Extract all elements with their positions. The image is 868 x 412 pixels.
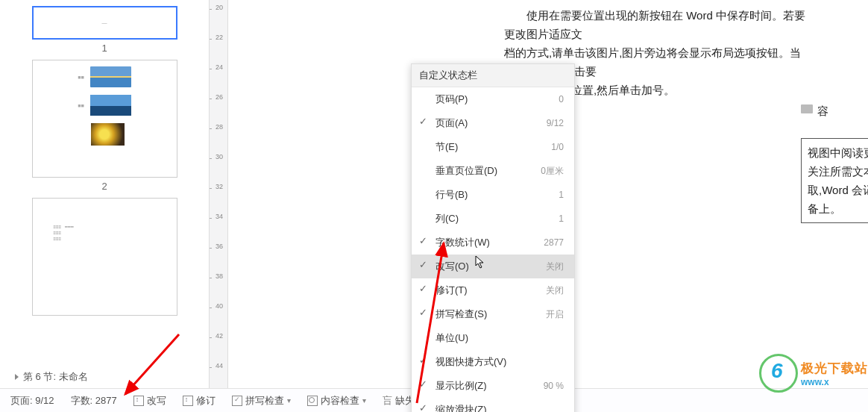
menu-header: 自定义状态栏	[412, 64, 574, 87]
menu-item[interactable]: 节(E)1/0	[412, 135, 574, 159]
status-overwrite[interactable]: 改写	[130, 393, 169, 409]
thumb-page-num-1: 1	[7, 43, 201, 54]
status-contentcheck[interactable]: 内容检查▾	[304, 393, 369, 409]
ruler-tick: 40	[213, 302, 226, 310]
search-icon	[307, 396, 318, 406]
dropdown-icon: ▾	[362, 396, 366, 405]
thumb-image-icon	[90, 95, 131, 116]
paragraph-line: 使用在需要位置出现的新按钮在 Word 中保存时间。若要更改图片适应文	[504, 6, 808, 43]
ruler-tick: 32	[213, 183, 226, 190]
menu-item[interactable]: 行号(B)1	[412, 183, 574, 207]
thumbnail-page-3[interactable]: ≡≡≡ ━━━≡≡≡≡≡≡	[32, 198, 177, 316]
menu-item[interactable]: 页面(A)9/12	[412, 111, 574, 135]
check-icon	[232, 396, 242, 406]
statusbar-context-menu: 自定义状态栏 页码(P)0页面(A)9/12节(E)1/0垂直页位置(D)0厘米…	[411, 63, 575, 412]
thumbnail-panel: — 1 ■■ ■■ 2 ≡≡≡ ━━━≡≡≡≡≡≡ 第 6 节: 未命名	[0, 0, 209, 388]
inline-image-icon	[801, 104, 813, 113]
ruler-tick: 44	[213, 362, 226, 369]
menu-item[interactable]: 单位(U)	[412, 326, 574, 350]
watermark-logo: 极光下载站 www.x	[759, 354, 868, 393]
menu-item[interactable]: 列(C)1	[412, 207, 574, 231]
overwrite-icon	[133, 396, 144, 406]
cursor-icon	[475, 255, 485, 269]
text-box[interactable]: 视图中阅读更加容易。可以折叠文档 关注所需文本。如果在达到结尾处之 取,Word…	[801, 138, 868, 223]
menu-item[interactable]: 显示比例(Z)90 %	[412, 374, 574, 398]
revision-icon	[183, 396, 193, 406]
menu-item[interactable]: 视图快捷方式(V)	[412, 350, 574, 374]
vertical-ruler: 20222426283032343638404244	[209, 0, 228, 388]
ruler-tick: 28	[213, 123, 226, 131]
dropdown-icon: ▾	[287, 396, 291, 405]
status-revision[interactable]: 修订	[180, 393, 218, 409]
stray-char: 容	[817, 102, 828, 120]
status-spellcheck[interactable]: 拼写检查▾	[229, 393, 294, 409]
menu-item[interactable]: 页码(P)0	[412, 87, 574, 111]
ruler-tick: 26	[213, 93, 226, 101]
menu-item[interactable]: 垂直页位置(D)0厘米	[412, 159, 574, 183]
menu-item[interactable]: 修订(T)关闭	[412, 278, 574, 302]
status-wordcount[interactable]: 字数: 2877	[68, 393, 120, 409]
ruler-tick: 22	[213, 34, 226, 41]
logo-icon	[759, 354, 798, 393]
menu-item[interactable]: 缩放滑块(Z)	[412, 398, 574, 412]
ruler-tick: 38	[213, 272, 226, 280]
ruler-tick: 42	[213, 332, 226, 340]
ruler-tick: 20	[213, 4, 226, 11]
thumbnail-page-1[interactable]: —	[32, 6, 177, 40]
menu-item[interactable]: 字数统计(W)2877	[412, 231, 574, 255]
ruler-tick: 24	[213, 63, 226, 71]
menu-item[interactable]: 改写(O)关闭	[412, 255, 574, 278]
ruler-tick: 36	[213, 243, 226, 250]
thumb-page-num-2: 2	[7, 181, 201, 192]
section-navigator[interactable]: 第 6 节: 未命名	[15, 370, 88, 384]
ruler-tick: 34	[213, 213, 226, 220]
status-page[interactable]: 页面: 9/12	[7, 393, 57, 409]
ruler-tick: 30	[213, 153, 226, 160]
thumbnail-page-2[interactable]: ■■ ■■	[32, 60, 177, 178]
expand-icon	[15, 374, 19, 380]
menu-item[interactable]: 拼写检查(S)开启	[412, 302, 574, 326]
thumb-image-icon	[90, 66, 131, 87]
thumb-image-icon	[91, 123, 125, 146]
